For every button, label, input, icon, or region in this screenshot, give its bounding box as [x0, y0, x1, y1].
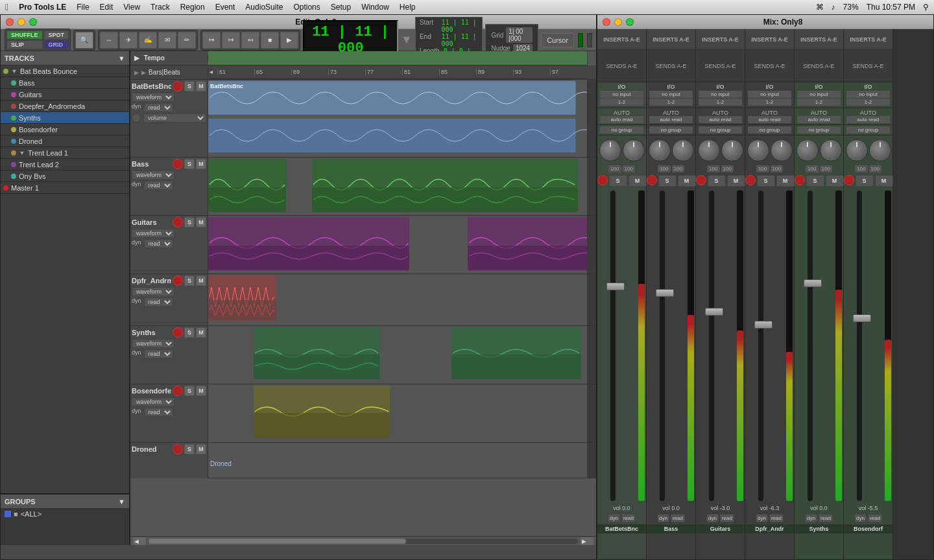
bose-solo[interactable]: S — [856, 175, 874, 187]
guitars-auto[interactable]: read — [144, 239, 173, 248]
bose-dyn[interactable]: dyn — [854, 514, 867, 522]
bats-mute-btn[interactable] — [597, 175, 608, 185]
bose-fader-thumb[interactable] — [853, 314, 871, 322]
bats-mute-btn2[interactable]: M — [629, 175, 647, 187]
guitars-rec-btn[interactable] — [173, 217, 183, 228]
bass-auto[interactable]: read — [144, 181, 173, 190]
bass-pan-r[interactable] — [672, 139, 694, 161]
menu-track[interactable]: Track — [150, 3, 170, 12]
bass-fader-thumb[interactable] — [656, 289, 674, 297]
bass-read-btn[interactable]: read — [671, 514, 685, 522]
bass-mute[interactable] — [647, 175, 657, 185]
droned-s-btn[interactable]: S — [184, 444, 195, 454]
bose-mute2[interactable]: M — [875, 175, 893, 187]
track-item-synths[interactable]: Synths — [1, 112, 129, 124]
bose-s-btn[interactable]: S — [184, 386, 195, 396]
dpfr-read[interactable]: read — [769, 514, 784, 522]
grid-mode-btn[interactable]: GRID — [44, 40, 69, 49]
bats-read-btn[interactable]: read — [621, 514, 636, 522]
track-item-bass[interactable]: Bass — [1, 77, 129, 89]
guitars-solo[interactable]: S — [708, 175, 726, 187]
menu-region[interactable]: Region — [180, 3, 205, 12]
synths-auto[interactable]: read — [144, 349, 173, 358]
dpfr-mute2[interactable]: M — [776, 175, 795, 187]
zoom-tool-btn[interactable]: 🔍 — [75, 32, 93, 49]
mix-min-btn[interactable] — [614, 18, 622, 26]
bats-dyn-btn[interactable]: dyn — [608, 514, 620, 522]
track-item-master[interactable]: Master 1 — [1, 182, 129, 194]
track-expand-trent1[interactable]: ▼ — [19, 150, 25, 156]
guitars-dyn[interactable]: dyn — [706, 514, 719, 522]
dpfr-content[interactable] — [208, 274, 587, 325]
guitars-pan-l[interactable] — [698, 139, 720, 161]
synths-content[interactable] — [208, 326, 587, 384]
bass-view-select[interactable]: waveform — [132, 170, 174, 180]
bats-fader-thumb[interactable] — [606, 283, 625, 290]
track-item-bat-beats[interactable]: ▼ Bat Beats Bounce — [1, 65, 129, 77]
mix-close-btn[interactable] — [603, 18, 610, 26]
synths-read[interactable]: read — [819, 514, 833, 522]
dpfr-auto[interactable]: read — [144, 298, 173, 307]
synths-mute2[interactable]: M — [826, 175, 844, 187]
fit-btn[interactable]: ■ — [261, 32, 279, 49]
bose-view[interactable]: waveform — [132, 397, 174, 406]
synths-pan-l[interactable] — [796, 139, 819, 161]
bats-solo-btn[interactable]: S — [609, 175, 627, 187]
synths-fader-thumb[interactable] — [804, 279, 822, 287]
track-item-guitars[interactable]: Guitars — [1, 89, 129, 100]
spot-mode-btn[interactable]: SPOT — [44, 30, 69, 40]
tracks-expand-icon[interactable]: ▼ — [118, 54, 125, 62]
zoom-in-btn[interactable]: ↦ — [222, 32, 240, 49]
synths-mute[interactable] — [795, 175, 805, 185]
minimize-button[interactable] — [18, 18, 25, 26]
bats-volume-select[interactable]: volume — [143, 113, 206, 122]
pencil-tool[interactable]: ✏ — [178, 32, 196, 49]
start-value[interactable]: 11 | 11 | 000 — [442, 19, 479, 33]
menu-help[interactable]: Help — [400, 3, 416, 12]
synths-m-btn[interactable]: M — [196, 327, 206, 338]
bats-pan-knob-l[interactable] — [599, 139, 621, 161]
dpfr-s-btn[interactable]: S — [184, 275, 195, 286]
synths-dyn[interactable]: dyn — [805, 514, 817, 522]
synths-pan-r[interactable] — [820, 139, 842, 161]
track-item-trent1[interactable]: ▼ Trent Lead 1 — [1, 147, 129, 159]
dpfr-m-btn[interactable]: M — [196, 275, 206, 286]
bats-auto-select[interactable]: read — [144, 103, 173, 112]
guitars-s-btn[interactable]: S — [184, 217, 195, 228]
dpfr-view[interactable]: waveform — [132, 287, 174, 296]
guitars-view[interactable]: waveform — [132, 229, 174, 238]
zoom-out-btn[interactable]: ↤ — [241, 32, 259, 49]
bats-view-select[interactable]: waveform — [132, 93, 174, 102]
dpfr-rec-btn[interactable] — [173, 275, 183, 286]
guitars-fader-thumb[interactable] — [705, 308, 723, 316]
synths-solo[interactable]: S — [806, 175, 824, 187]
bass-rec-btn[interactable] — [173, 159, 183, 169]
guitars-read[interactable]: read — [720, 514, 734, 522]
bass-mute2[interactable]: M — [678, 175, 696, 187]
synths-view[interactable]: waveform — [132, 339, 174, 348]
menu-view[interactable]: View — [123, 3, 140, 12]
menu-edit[interactable]: Edit — [100, 3, 114, 12]
bose-m-btn[interactable]: M — [196, 386, 206, 396]
zoom-horizontal-btn[interactable]: ↦ — [202, 32, 221, 49]
bass-solo[interactable]: S — [658, 175, 677, 187]
track-item-bose[interactable]: Bosendorfer — [1, 124, 129, 135]
bose-mute[interactable] — [844, 175, 854, 185]
bats-m-btn[interactable]: M — [196, 81, 206, 91]
guitars-mute2[interactable]: M — [727, 175, 745, 187]
menu-file[interactable]: File — [77, 3, 89, 12]
dpfr-pan-r[interactable] — [771, 139, 793, 161]
grid-value[interactable]: 1| 00 |000 — [506, 27, 533, 43]
close-button[interactable] — [6, 18, 14, 26]
droned-rec-btn[interactable] — [173, 444, 183, 454]
bose-pan-r[interactable] — [869, 139, 891, 161]
track-item-ony[interactable]: Ony Bvs — [1, 170, 129, 182]
shuffle-mode-btn[interactable]: SHUFFLE — [6, 30, 43, 40]
menu-event[interactable]: Event — [215, 3, 235, 12]
edit-horizontal-scrollbar[interactable]: ◄ ► — [130, 536, 596, 545]
bats-pan-knob-r[interactable] — [623, 139, 645, 161]
scroll-thumb[interactable] — [149, 539, 406, 544]
guitars-pan-r[interactable] — [721, 139, 743, 161]
dpfr-dyn[interactable]: dyn — [756, 514, 768, 522]
dpfr-solo[interactable]: S — [757, 175, 775, 187]
